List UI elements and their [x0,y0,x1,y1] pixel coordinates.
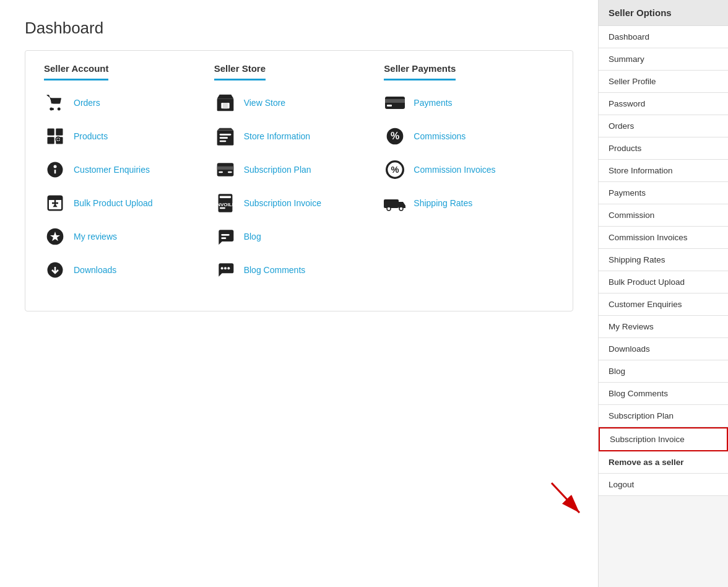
blog-comments-link[interactable]: Blog Comments [244,265,306,275]
store-info-item[interactable]: Store Information [214,125,372,147]
downloads-link[interactable]: Downloads [74,265,116,275]
svg-rect-29 [221,237,226,239]
bulk-upload-item[interactable]: Bulk Product Upload [44,192,202,214]
shipping-rates-item[interactable]: Shipping Rates [384,192,542,214]
sidebar-item-orders[interactable]: Orders [599,115,728,137]
blog-item[interactable]: Blog [214,225,372,248]
enquiries-item[interactable]: Customer Enquiries [44,159,202,181]
shipping-rates-link[interactable]: Shipping Rates [414,198,472,208]
orders-item[interactable]: Orders [44,92,202,114]
sidebar-item-customer-enquiries[interactable]: Customer Enquiries [599,294,728,316]
sidebar-item-password[interactable]: Password [599,93,728,115]
sidebar-item-seller-profile[interactable]: Seller Profile [599,71,728,93]
svg-rect-35 [387,105,392,107]
seller-store-section: Seller Store View Store [214,63,384,292]
sidebar-item-logout[interactable]: Logout [599,474,728,496]
svg-text:INVOILE: INVOILE [216,202,235,207]
sidebar-item-commission-invoices[interactable]: Commission Invoices [599,227,728,249]
cart-icon [44,92,66,114]
bulk-upload-icon [44,192,66,214]
reviews-link[interactable]: My reviews [74,232,117,241]
svg-rect-21 [217,167,233,170]
enquiries-icon [44,159,66,181]
commissions-link[interactable]: Commissions [414,131,466,141]
sidebar-item-dashboard[interactable]: Dashboard [599,26,728,48]
sidebar-item-store-information[interactable]: Store Information [599,160,728,182]
svg-point-0 [51,108,54,110]
page-title: Dashboard [25,19,573,38]
blog-icon [214,225,236,248]
subscription-invoice-item[interactable]: INVOILE Subscription Invoice [214,192,372,214]
seller-payments-section: Seller Payments Payments [384,63,554,292]
svg-point-41 [387,207,391,211]
sidebar-item-downloads[interactable]: Downloads [599,338,728,360]
svg-point-32 [227,267,230,269]
sidebar-item-summary[interactable]: Summary [599,48,728,71]
svg-rect-27 [220,207,225,209]
sidebar-item-shipping-rates[interactable]: Shipping Rates [599,249,728,271]
payments-item[interactable]: Payments [384,92,542,114]
store-info-link[interactable]: Store Information [244,131,310,141]
enquiries-link[interactable]: Customer Enquiries [74,165,150,175]
sidebar-items-container: DashboardSummarySeller ProfilePasswordOr… [599,26,728,496]
svg-rect-10 [48,196,63,200]
blog-comments-item[interactable]: Blog Comments [214,259,372,281]
commission-invoices-icon: % [384,159,406,181]
svg-rect-15 [223,103,228,108]
svg-rect-23 [228,172,232,173]
seller-payments-title: Seller Payments [384,63,456,80]
sidebar-item-subscription-invoice[interactable]: Subscription Invoice [599,427,728,451]
shipping-rates-icon [384,192,406,214]
products-item[interactable]: Products [44,125,202,147]
view-store-item[interactable]: View Store [214,92,372,114]
svg-rect-18 [219,137,227,139]
reviews-icon [44,225,66,248]
subscription-invoice-link[interactable]: Subscription Invoice [244,198,321,208]
reviews-item[interactable]: My reviews [44,225,202,248]
products-link[interactable]: Products [74,131,108,141]
subscription-invoice-icon: INVOILE [214,192,236,214]
subscription-plan-icon [214,159,236,181]
sidebar-item-products[interactable]: Products [599,137,728,160]
svg-rect-2 [48,129,54,136]
products-icon [44,125,66,147]
svg-rect-40 [384,199,399,208]
svg-rect-34 [385,99,405,103]
sidebar-item-commission[interactable]: Commission [599,204,728,227]
sidebar-item-my-reviews[interactable]: My Reviews [599,316,728,338]
commission-invoices-item[interactable]: % Commission Invoices [384,159,542,181]
subscription-plan-item[interactable]: Subscription Plan [214,159,372,181]
payments-link[interactable]: Payments [414,98,452,108]
downloads-icon [44,259,66,281]
svg-rect-4 [48,137,54,144]
svg-point-31 [224,267,227,269]
view-store-link[interactable]: View Store [244,98,285,108]
downloads-item[interactable]: Downloads [44,259,202,281]
sidebar-item-blog[interactable]: Blog [599,360,728,383]
seller-account-section: Seller Account Orders [44,63,214,292]
svg-rect-28 [221,234,229,236]
svg-rect-22 [219,172,223,173]
svg-rect-25 [220,196,231,198]
sidebar-item-remove-as-a-seller[interactable]: Remove as a seller [599,451,728,474]
svg-point-1 [58,108,60,110]
blog-comments-icon [214,259,236,281]
svg-point-42 [399,207,403,211]
commissions-item[interactable]: % Commissions [384,125,542,147]
bulk-upload-link[interactable]: Bulk Product Upload [74,198,153,208]
sidebar-item-bulk-product-upload[interactable]: Bulk Product Upload [599,271,728,294]
sidebar-header: Seller Options [599,0,728,26]
orders-link[interactable]: Orders [74,98,100,108]
sidebar-item-blog-comments[interactable]: Blog Comments [599,383,728,405]
subscription-plan-link[interactable]: Subscription Plan [244,165,311,175]
sidebar-item-payments[interactable]: Payments [599,182,728,204]
svg-rect-3 [56,129,63,136]
sidebar-item-subscription-plan[interactable]: Subscription Plan [599,405,728,427]
svg-rect-19 [219,141,226,142]
svg-point-30 [220,267,223,269]
blog-link[interactable]: Blog [244,232,261,241]
store-icon [214,92,236,114]
commission-invoices-link[interactable]: Commission Invoices [414,165,495,175]
payments-icon [384,92,406,114]
seller-store-title: Seller Store [214,63,266,80]
